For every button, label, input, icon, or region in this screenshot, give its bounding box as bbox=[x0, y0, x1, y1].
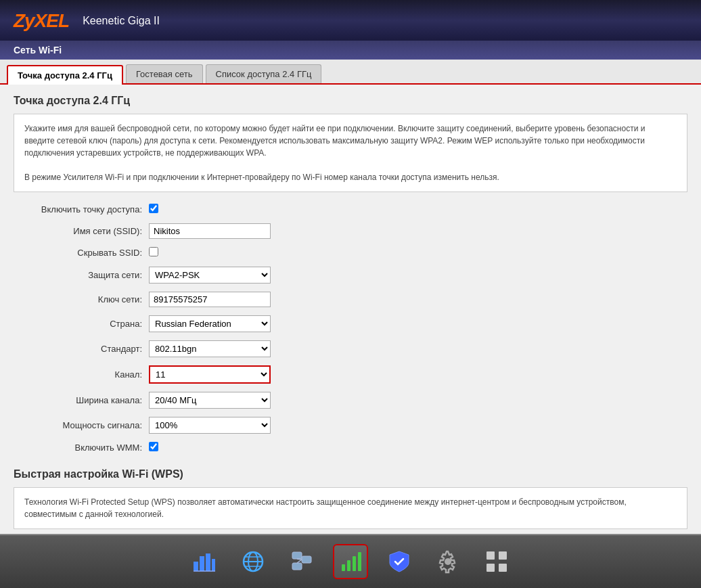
network-icon[interactable] bbox=[284, 544, 319, 579]
apps-icon[interactable] bbox=[479, 544, 514, 579]
country-row: Страна: Russian Federation United States… bbox=[14, 314, 687, 334]
tab-guest-network[interactable]: Гостевая сеть bbox=[126, 64, 203, 83]
access-point-section: Точка доступа 2.4 ГГц Укажите имя для ва… bbox=[14, 95, 687, 455]
svg-rect-23 bbox=[487, 564, 495, 572]
logo-product: Keenetic Giga II bbox=[83, 15, 160, 27]
logo-zyxel: ZyXEL bbox=[14, 10, 69, 32]
power-control: 100% 75% 50% 25% bbox=[149, 417, 271, 434]
wmm-control bbox=[149, 442, 271, 453]
ssid-input[interactable] bbox=[149, 223, 271, 239]
enable-ap-label: Включить точку доступа: bbox=[14, 204, 149, 214]
standard-select[interactable]: 802.11bgn 802.11bg 802.11n bbox=[149, 340, 271, 357]
security-label: Защита сети: bbox=[14, 270, 149, 280]
info-box-2: Технология Wi-Fi Protected Setup (WPS) п… bbox=[14, 487, 687, 529]
wps-info-text: Технология Wi-Fi Protected Setup (WPS) п… bbox=[24, 496, 677, 520]
hide-ssid-label: Скрывать SSID: bbox=[14, 248, 149, 258]
info-text-2: В режиме Усилителя Wi-Fi и при подключен… bbox=[24, 171, 677, 183]
power-row: Мощность сигнала: 100% 75% 50% 25% bbox=[14, 415, 687, 435]
svg-line-15 bbox=[297, 560, 302, 563]
key-control bbox=[149, 292, 271, 307]
wmm-row: Включить WMM: bbox=[14, 440, 687, 455]
section2-title: Быстрая настройка Wi-Fi (WPS) bbox=[14, 468, 687, 480]
bandwidth-row: Ширина канала: 20/40 МГц 20 МГц 40 МГц bbox=[14, 390, 687, 410]
wmm-label: Включить WMM: bbox=[14, 443, 149, 453]
standard-row: Стандарт: 802.11bgn 802.11bg 802.11n bbox=[14, 339, 687, 359]
country-control: Russian Federation United States Germany bbox=[149, 315, 271, 332]
header: ZyXEL Keenetic Giga II bbox=[0, 0, 701, 41]
svg-rect-16 bbox=[342, 564, 345, 571]
channel-select[interactable]: Auto 1234 5678 91011 1213 bbox=[149, 365, 271, 384]
svg-rect-0 bbox=[194, 562, 198, 571]
key-label: Ключ сети: bbox=[14, 294, 149, 304]
standard-control: 802.11bgn 802.11bg 802.11n bbox=[149, 340, 271, 357]
settings-icon[interactable] bbox=[430, 544, 466, 579]
security-row: Защита сети: WPA2-PSK WPA-PSK WEP Нет bbox=[14, 265, 687, 285]
tab-access-list[interactable]: Список доступа 2.4 ГГц bbox=[206, 64, 322, 83]
wifi-icon[interactable] bbox=[333, 544, 368, 579]
enable-ap-checkbox[interactable] bbox=[149, 204, 158, 213]
taskbar bbox=[0, 534, 701, 588]
statistics-icon[interactable] bbox=[187, 544, 222, 579]
main-content: Точка доступа 2.4 ГГц Укажите имя для ва… bbox=[0, 85, 701, 534]
svg-rect-19 bbox=[358, 552, 361, 571]
enable-ap-control bbox=[149, 204, 271, 215]
info-text-1: Укажите имя для вашей беспроводной сети,… bbox=[24, 122, 677, 159]
wmm-checkbox[interactable] bbox=[149, 442, 158, 451]
power-select[interactable]: 100% 75% 50% 25% bbox=[149, 417, 271, 434]
power-label: Мощность сигнала: bbox=[14, 420, 149, 430]
info-box-1: Укажите имя для вашей беспроводной сети,… bbox=[14, 114, 687, 192]
standard-label: Стандарт: bbox=[14, 344, 149, 354]
svg-rect-2 bbox=[206, 553, 210, 571]
bandwidth-label: Ширина канала: bbox=[14, 395, 149, 405]
country-select[interactable]: Russian Federation United States Germany bbox=[149, 315, 271, 332]
svg-rect-3 bbox=[212, 559, 215, 571]
ssid-label: Имя сети (SSID): bbox=[14, 226, 149, 236]
svg-rect-21 bbox=[487, 551, 495, 560]
svg-rect-17 bbox=[347, 560, 350, 571]
bandwidth-control: 20/40 МГц 20 МГц 40 МГц bbox=[149, 392, 271, 409]
svg-rect-12 bbox=[292, 563, 302, 570]
hide-ssid-checkbox[interactable] bbox=[149, 247, 158, 256]
wps-section: Быстрая настройка Wi-Fi (WPS) Технология… bbox=[14, 468, 687, 534]
security-select[interactable]: WPA2-PSK WPA-PSK WEP Нет bbox=[149, 267, 271, 284]
svg-rect-18 bbox=[353, 556, 356, 571]
enable-ap-row: Включить точку доступа: bbox=[14, 202, 687, 217]
svg-rect-22 bbox=[499, 551, 507, 560]
svg-rect-1 bbox=[200, 556, 204, 571]
svg-rect-24 bbox=[499, 564, 507, 572]
channel-label: Канал: bbox=[14, 369, 149, 380]
hide-ssid-control bbox=[149, 247, 271, 258]
hide-ssid-row: Скрывать SSID: bbox=[14, 246, 687, 260]
tab-bar: Точка доступа 2.4 ГГц Гостевая сеть Спис… bbox=[0, 60, 701, 85]
channel-control: Auto 1234 5678 91011 1213 bbox=[149, 365, 271, 384]
svg-rect-10 bbox=[292, 552, 302, 559]
subheader-title: Сеть Wi-Fi bbox=[14, 45, 62, 55]
security-icon[interactable] bbox=[382, 544, 417, 579]
key-row: Ключ сети: bbox=[14, 290, 687, 309]
security-control: WPA2-PSK WPA-PSK WEP Нет bbox=[149, 267, 271, 284]
country-label: Страна: bbox=[14, 319, 149, 329]
channel-row: Канал: Auto 1234 5678 91011 1213 bbox=[14, 364, 687, 385]
key-input[interactable] bbox=[149, 292, 271, 307]
tab-access-point[interactable]: Точка доступа 2.4 ГГц bbox=[7, 65, 123, 85]
section1-title: Точка доступа 2.4 ГГц bbox=[14, 95, 687, 107]
internet-icon[interactable] bbox=[235, 544, 271, 579]
ssid-control bbox=[149, 223, 271, 239]
ssid-row: Имя сети (SSID): bbox=[14, 222, 687, 240]
subheader: Сеть Wi-Fi bbox=[0, 41, 701, 60]
svg-rect-11 bbox=[302, 556, 311, 563]
bandwidth-select[interactable]: 20/40 МГц 20 МГц 40 МГц bbox=[149, 392, 271, 409]
